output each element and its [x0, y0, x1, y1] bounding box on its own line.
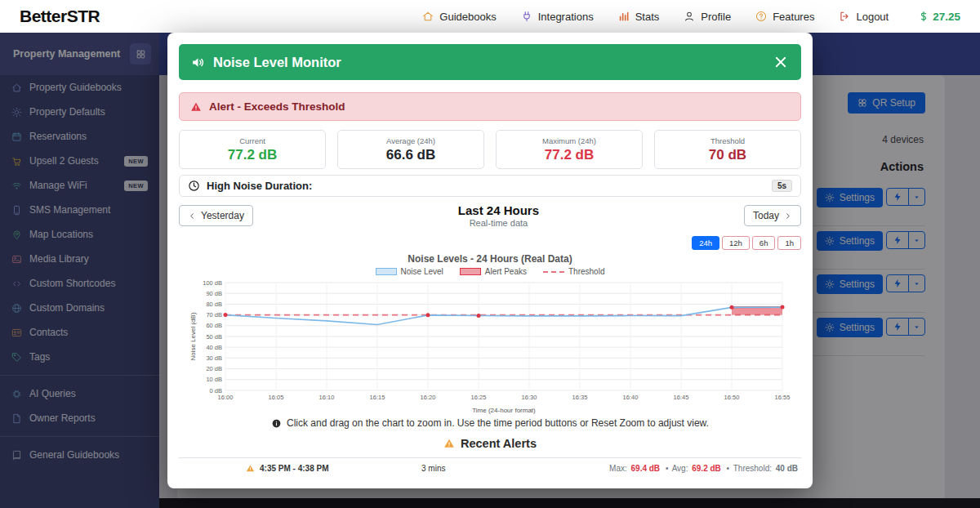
nav-item-label: Guidebooks	[439, 11, 496, 23]
user-icon	[684, 11, 695, 22]
nav-item-label: Integrations	[538, 11, 594, 23]
question-icon	[755, 11, 767, 22]
legend-threshold-label: Threshold	[568, 267, 604, 276]
nav-item-guidebooks[interactable]: Guidebooks	[422, 11, 496, 23]
nav-item-features[interactable]: Features	[755, 11, 814, 23]
period-title: Last 24 Hours	[253, 203, 744, 217]
chart-hint: Click and drag on the chart to zoom in. …	[179, 417, 801, 429]
modal-header: Noise Level Monitor	[179, 44, 801, 80]
svg-text:16:00: 16:00	[218, 394, 234, 401]
svg-text:16:15: 16:15	[370, 394, 385, 401]
nav-item-label: Stats	[635, 11, 660, 23]
svg-text:10 dB: 10 dB	[206, 376, 222, 383]
speaker-icon	[190, 55, 206, 70]
svg-text:16:10: 16:10	[319, 394, 335, 401]
stat-value: 77.2 dB	[183, 147, 322, 163]
balance-amount: 27.25	[933, 11, 960, 23]
legend-peaks-label: Alert Peaks	[485, 267, 527, 276]
logout-icon	[839, 11, 850, 22]
max-value: 69.4 dB	[631, 464, 661, 473]
legend-noise-label: Noise Level	[401, 267, 443, 276]
time-range-buttons: 24h12h6h1h	[179, 236, 801, 250]
recent-alerts-warning-icon	[443, 438, 455, 449]
nav-item-label: Features	[773, 11, 814, 23]
max-label: Max:	[609, 464, 627, 473]
threshold-label: Threshold:	[733, 464, 772, 473]
svg-text:16:35: 16:35	[572, 394, 588, 401]
svg-text:16:25: 16:25	[471, 394, 487, 401]
chart-legend: Noise Level Alert Peaks Threshold	[179, 267, 801, 276]
separator: •	[727, 464, 730, 473]
alert-duration: 3 mins	[421, 464, 519, 473]
chart-title: Noise Levels - 24 Hours (Real Data)	[179, 253, 801, 265]
range-button-12h[interactable]: 12h	[722, 236, 750, 250]
modal-title: Noise Level Monitor	[213, 55, 772, 70]
alert-details: Max: 69.4 dB • Avg: 69.2 dB • Threshold:…	[519, 464, 801, 473]
svg-text:16:45: 16:45	[674, 394, 689, 401]
stat-value: 77.2 dB	[500, 147, 639, 163]
threshold-alert-banner: Alert - Exceeds Threshold	[179, 92, 801, 121]
svg-text:16:50: 16:50	[724, 394, 740, 401]
threshold-value: 40 dB	[776, 464, 798, 473]
nav-item-profile[interactable]: Profile	[684, 11, 731, 23]
recent-alerts-title: Recent Alerts	[461, 437, 537, 450]
legend-threshold: Threshold	[543, 267, 604, 276]
warning-icon	[190, 101, 202, 113]
brand-logo[interactable]: BetterSTR	[20, 7, 100, 26]
alert-row: 4:35 PM - 4:38 PM 3 mins Max: 69.4 dB • …	[179, 458, 801, 480]
high-noise-duration: High Noise Duration: 5s	[179, 175, 801, 197]
yesterday-button[interactable]: Yesterday	[179, 205, 253, 226]
plug-icon	[521, 11, 532, 22]
svg-text:16:55: 16:55	[775, 394, 791, 401]
recent-alerts-header: Recent Alerts	[179, 437, 801, 450]
range-button-1h[interactable]: 1h	[777, 236, 801, 250]
alert-peaks-swatch	[460, 268, 481, 275]
chevron-left-icon	[188, 212, 197, 221]
stat-card-threshold: Threshold70 dB	[654, 130, 801, 169]
legend-alert-peaks: Alert Peaks	[460, 267, 527, 276]
stat-label: Current	[183, 136, 322, 145]
range-button-24h[interactable]: 24h	[692, 236, 719, 250]
stat-card-average-24h: Average (24h)66.6 dB	[337, 130, 484, 169]
noise-stats-row: Current77.2 dBAverage (24h)66.6 dBMaximu…	[179, 130, 801, 169]
svg-text:60 dB: 60 dB	[206, 322, 222, 329]
home-icon	[422, 11, 434, 22]
date-navigation: Yesterday Last 24 Hours Real-time data T…	[179, 203, 801, 228]
legend-noise-level: Noise Level	[376, 267, 443, 276]
range-button-6h[interactable]: 6h	[752, 236, 776, 250]
svg-text:20 dB: 20 dB	[206, 365, 222, 372]
period-subtitle: Real-time data	[253, 218, 744, 228]
svg-text:16:20: 16:20	[421, 394, 436, 401]
today-button[interactable]: Today	[744, 205, 801, 226]
stat-label: Average (24h)	[341, 136, 480, 145]
chevron-right-icon	[783, 212, 792, 221]
stat-value: 66.6 dB	[341, 147, 480, 163]
noise-chart[interactable]: 0 dB10 dB20 dB30 dB40 dB50 dB60 dB70 dB8…	[188, 278, 792, 415]
noise-monitor-modal: Noise Level Monitor Alert - Exceeds Thre…	[167, 33, 813, 488]
account-balance[interactable]: 27.25	[918, 11, 960, 23]
clock-icon	[188, 180, 200, 192]
period-title-block: Last 24 Hours Real-time data	[253, 203, 744, 228]
stat-label: Threshold	[658, 136, 797, 145]
duration-value-badge: 5s	[772, 180, 792, 192]
svg-text:90 dB: 90 dB	[206, 290, 222, 297]
svg-text:16:30: 16:30	[522, 394, 537, 401]
close-button[interactable]	[772, 53, 790, 71]
avg-label: Avg:	[672, 464, 688, 473]
svg-text:40 dB: 40 dB	[206, 344, 222, 351]
close-icon	[773, 55, 788, 69]
svg-text:Time (24-hour format): Time (24-hour format)	[472, 407, 536, 414]
duration-label: High Noise Duration:	[207, 180, 312, 192]
nav-item-logout[interactable]: Logout	[839, 11, 889, 23]
today-label: Today	[753, 210, 779, 221]
svg-text:50 dB: 50 dB	[206, 333, 222, 341]
alert-row-warning-icon	[246, 464, 255, 473]
stat-label: Maximum (24h)	[500, 136, 639, 145]
chart-hint-text: Click and drag on the chart to zoom in. …	[287, 417, 709, 429]
svg-text:100 dB: 100 dB	[203, 279, 222, 287]
nav-item-stats[interactable]: Stats	[618, 11, 660, 23]
stat-card-current: Current77.2 dB	[179, 130, 326, 169]
dollar-icon	[918, 11, 929, 22]
top-nav: BetterSTR GuidebooksIntegrationsStatsPro…	[0, 0, 980, 33]
nav-item-integrations[interactable]: Integrations	[521, 11, 594, 23]
